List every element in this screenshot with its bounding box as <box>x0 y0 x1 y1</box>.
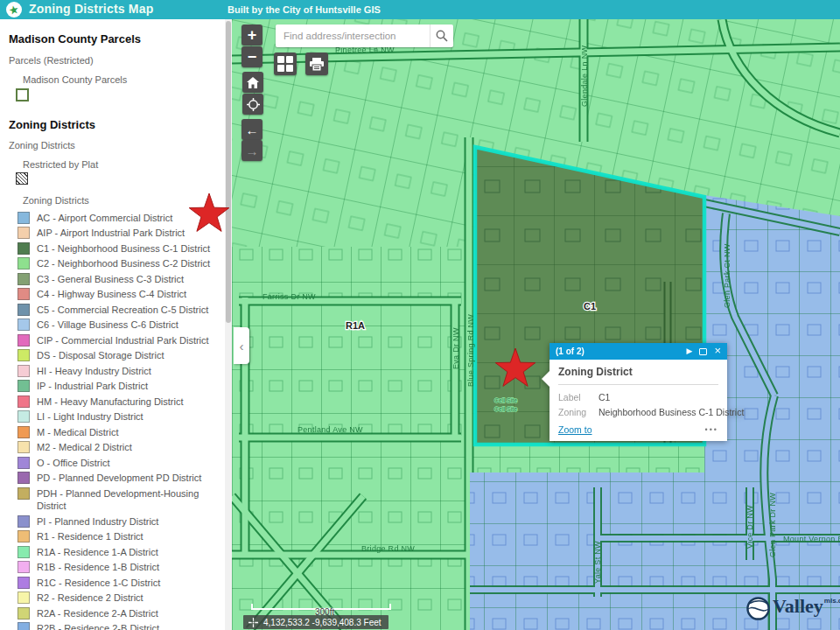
legend-item-label: AC - Airport Commercial District <box>37 212 185 225</box>
legend-item: PDH - Planned Development-Housing Distri… <box>0 486 232 514</box>
legend-item: DS - Disposal Storage District <box>0 348 232 364</box>
legend-item: O - Office District <box>0 455 232 471</box>
popup-body: Zoning District LabelC1ZoningNeighborhoo… <box>550 360 727 441</box>
legend-item-label: R2 - Residence 2 District <box>37 592 156 605</box>
popup-field-label: Label <box>558 392 598 402</box>
popup-next-feature-icon[interactable]: ▶ <box>686 347 692 355</box>
coordinates-widget[interactable]: 4,132,533.2 -9,639,408.3 Feet <box>243 615 388 629</box>
zone-label: R1A <box>346 320 365 331</box>
popup-more-actions-icon[interactable]: ••• <box>705 425 718 434</box>
sidebar-scrollbar-thumb[interactable] <box>226 21 231 323</box>
legend-item-label: C1 - Neighborhood Business C-1 District <box>37 242 222 256</box>
map-star-marker[interactable] <box>494 348 536 392</box>
previous-extent-button[interactable]: ← <box>242 119 262 140</box>
legend-item: C1 - Neighborhood Business C-1 District <box>0 241 232 256</box>
popup-dock-icon[interactable] <box>699 348 707 355</box>
legend-swatch <box>18 365 30 377</box>
home-button[interactable] <box>242 72 263 93</box>
parcels-sublayer-name: Madison County Parcels <box>14 74 232 85</box>
crosshair-icon <box>248 618 258 627</box>
zoom-to-link[interactable]: Zoom to <box>558 424 592 435</box>
home-icon <box>247 77 259 88</box>
valleymls-logo: Valley mls.com <box>746 597 840 620</box>
chevron-left-icon: ‹ <box>240 339 244 354</box>
legend-swatch <box>18 242 30 255</box>
print-icon <box>310 58 324 71</box>
legend-swatch <box>18 288 30 300</box>
legend-star-marker[interactable] <box>188 193 230 237</box>
parcels-layer-name: Parcels (Restricted) <box>0 55 232 66</box>
legend-item: R1 - Residence 1 District <box>0 529 232 545</box>
zoom-in-button[interactable]: + <box>242 24 262 46</box>
legend-item-label: R1 - Residence 1 District <box>37 530 156 543</box>
legend-item: M - Medical District <box>0 424 232 440</box>
legend-item-label: IP - Industrial Park District <box>37 380 160 393</box>
legend-item: LI - Light Industry District <box>0 410 232 425</box>
legend-swatch <box>18 304 30 316</box>
legend-item-label: R1C - Residence 1-C District <box>37 577 172 590</box>
legend-swatch <box>18 410 30 423</box>
legend-item: HM - Heavy Manufacturing District <box>0 394 232 410</box>
legend-item-label: R2B - Residence 2-B District <box>37 622 172 630</box>
map-canvas[interactable]: Pinetree Ln NWGlendale Ln NWFarriss Dr N… <box>232 19 840 630</box>
search-box <box>276 24 453 47</box>
legend-item-label: LI - Light Industry District <box>37 410 156 424</box>
legend-swatch <box>18 622 30 630</box>
street-label: Blue Spring Rd NW <box>466 314 475 387</box>
restricted-by-plat-swatch <box>16 172 28 185</box>
legend-item: R1A - Residence 1-A District <box>0 544 232 560</box>
popup-close-icon[interactable]: × <box>714 345 721 356</box>
popup-attribute-table: LabelC1ZoningNeighborhood Business C-1 D… <box>558 392 718 417</box>
search-input[interactable] <box>276 31 430 41</box>
legend-item-label: HI - Heavy Industry District <box>37 365 164 378</box>
street-label: Eva Dr NW <box>452 327 460 369</box>
print-button[interactable] <box>305 52 328 75</box>
sidebar-scrollbar[interactable] <box>225 19 232 630</box>
legend-item-label: DS - Disposal Storage District <box>37 349 177 362</box>
search-icon <box>436 30 448 42</box>
legend-swatch <box>18 227 30 239</box>
legend-item-label: C2 - Neighborhood Business C-2 District <box>37 257 222 270</box>
legend-swatch <box>18 334 30 346</box>
zoom-out-button[interactable]: − <box>242 46 262 67</box>
legend-item-label: M - Medical District <box>37 426 131 439</box>
legend-item-label: C6 - Village Business C-6 District <box>37 318 191 332</box>
map-viewport[interactable]: Pinetree Ln NWGlendale Ln NWFarriss Dr N… <box>232 19 840 630</box>
street-label: Glendale Ln NW <box>580 46 589 107</box>
legend-item: CIP - Commercial Industrial Park Distric… <box>0 332 232 348</box>
legend-swatch <box>18 457 30 469</box>
legend-sidebar: Madison County Parcels Parcels (Restrict… <box>0 19 232 630</box>
valleymls-logo-suffix: mls.com <box>824 597 840 605</box>
valleymls-globe-icon <box>746 597 770 620</box>
parcels-swatch[interactable] <box>16 88 29 102</box>
basemap-gallery-button[interactable] <box>274 52 297 75</box>
popup-header[interactable]: (1 of 2) ▶ × <box>550 343 727 360</box>
popup-pointer <box>542 371 550 387</box>
legend-item: R1B - Residence 1-B District <box>0 560 232 576</box>
legend-swatch <box>18 349 30 361</box>
popup-field-value: Neighborhood Business C-1 District <box>598 407 744 417</box>
locate-button[interactable] <box>242 94 263 115</box>
coordinates-value: 4,132,533.2 -9,639,408.3 Feet <box>263 618 382 627</box>
popup-field-label: Zoning <box>558 407 598 417</box>
legend-item-label: C3 - General Business C-3 District <box>37 273 196 286</box>
valleymls-logo-text: Valley <box>773 597 823 616</box>
legend-swatch <box>18 441 30 453</box>
street-label: Cell Site <box>494 397 517 403</box>
arrow-left-icon: ← <box>246 122 259 137</box>
restricted-by-plat-label: Restricted by Plat <box>14 159 232 170</box>
legend-item-label: CIP - Commercial Industrial Park Distric… <box>37 334 221 347</box>
next-extent-button[interactable]: → <box>242 140 262 161</box>
legend-item-label: C4 - Highway Business C-4 District <box>37 288 199 301</box>
sidebar-collapse-tab[interactable]: ‹ <box>234 327 249 364</box>
legend-item-label: PD - Planned Development PD District <box>37 472 214 485</box>
legend-item-label: PI - Planned Industry District <box>37 515 171 528</box>
popup-pager: (1 of 2) <box>556 346 679 356</box>
legend-swatch <box>18 472 30 484</box>
search-button[interactable] <box>430 24 453 47</box>
street-label: Glen Park Ct NW <box>723 243 732 308</box>
app-logo-icon: ★ <box>6 2 22 18</box>
legend-item: PI - Planned Industry District <box>0 514 232 529</box>
legend-item: PD - Planned Development PD District <box>0 471 232 486</box>
basemap-grid-icon <box>277 56 293 72</box>
